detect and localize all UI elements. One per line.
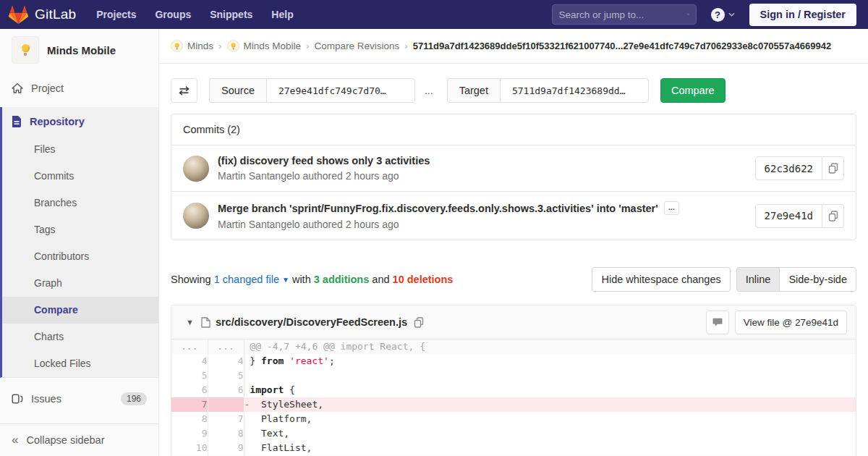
nav-item-groups[interactable]: Groups	[155, 9, 191, 20]
commit-title-link[interactable]: (fix) discovery feed shows only 3 activi…	[218, 155, 755, 166]
sidebar-item-files[interactable]: Files	[2, 136, 158, 163]
line-number-old[interactable]: ...	[171, 339, 208, 354]
sidebar-item-tags[interactable]: Tags	[2, 216, 158, 243]
line-number-new[interactable]: 4	[208, 354, 244, 368]
repository-icon	[12, 116, 22, 127]
compare-separator: ...	[425, 85, 433, 96]
breadcrumb-separator: ›	[404, 41, 408, 51]
sidebar-item-issues[interactable]: Issues 196	[0, 384, 158, 414]
line-number-old[interactable]: 8	[171, 412, 208, 426]
comment-icon	[712, 318, 723, 327]
sidebar-item-graph[interactable]: Graph	[2, 270, 158, 297]
sidebar-item-contributors[interactable]: Contributors	[2, 243, 158, 270]
diff-table: ...... @@ -4,7 +4,6 @@ import React, {44…	[171, 339, 856, 456]
project-context-header[interactable]: Minds Mobile	[0, 29, 158, 74]
line-number-old[interactable]: 4	[171, 354, 208, 368]
line-number-old[interactable]: 9	[171, 426, 208, 441]
commit-row: (fix) discovery feed shows only 3 activi…	[171, 145, 856, 191]
breadcrumb: Minds›Minds Mobile›Compare Revisions› 57…	[159, 29, 868, 64]
issues-count-badge: 196	[121, 392, 147, 405]
line-number-old[interactable]: 10	[171, 441, 208, 455]
breadcrumb-separator: ›	[306, 41, 310, 51]
additions-count: 3 additions	[314, 274, 370, 285]
line-number-new[interactable]: 5	[208, 368, 244, 383]
line-code: - StyleSheet,	[244, 397, 856, 412]
diff-line: 98 Text,	[171, 426, 856, 441]
source-label: Source	[209, 78, 266, 103]
help-menu[interactable]: ?	[711, 8, 735, 22]
breadcrumb-avatar	[171, 40, 183, 52]
target-label: Target	[447, 78, 500, 103]
side-by-side-view-button[interactable]: Side-by-side	[779, 267, 856, 292]
collapse-label: Collapse sidebar	[26, 434, 104, 446]
file-collapse-caret[interactable]: ▼	[186, 318, 194, 326]
line-number-old[interactable]: 5	[171, 368, 208, 383]
source-field[interactable]: 27e9e41dfc749c7d70…	[266, 78, 415, 103]
commit-meta: Martin Santangelo authored 2 hours ago	[218, 170, 755, 182]
line-number-new[interactable]: ...	[208, 339, 244, 354]
main-content: Minds›Minds Mobile›Compare Revisions› 57…	[159, 0, 868, 456]
line-code	[244, 368, 856, 383]
copy-path-button[interactable]	[414, 317, 424, 328]
nav-item-snippets[interactable]: Snippets	[210, 9, 252, 20]
sidebar-item-project[interactable]: Project	[0, 74, 158, 103]
commit-hash-button[interactable]: 27e9e41d	[755, 204, 822, 228]
commit-title-text: Merge branch 'sprint/FunnyFrog.fix.disco…	[218, 203, 658, 214]
line-number-new[interactable]	[208, 397, 244, 412]
sign-in-button[interactable]: Sign in / Register	[749, 4, 856, 26]
compare-page: Source 27e9e41dfc749c7d70… ... Target 57…	[159, 64, 868, 456]
commit-hash-button[interactable]: 62c3d622	[755, 156, 822, 180]
caret-down-icon: ▼	[282, 276, 289, 284]
diff-line: 55	[171, 368, 856, 383]
line-number-new[interactable]: 8	[208, 426, 244, 441]
nav-item-projects[interactable]: Projects	[96, 9, 136, 20]
line-number-new[interactable]: 6	[208, 383, 244, 397]
search-box[interactable]	[552, 4, 697, 25]
commit-title-link[interactable]: Merge branch 'sprint/FunnyFrog.fix.disco…	[218, 201, 755, 215]
commit-list: (fix) discovery feed shows only 3 activi…	[171, 145, 856, 240]
line-number-old[interactable]: 7	[171, 397, 208, 412]
commit-expander-button[interactable]: ...	[664, 201, 679, 215]
swap-revisions-button[interactable]	[171, 78, 197, 103]
breadcrumb-item-compare-revisions[interactable]: Compare Revisions	[315, 41, 400, 51]
nav-item-help[interactable]: Help	[271, 9, 293, 20]
sidebar-item-compare[interactable]: Compare	[2, 297, 158, 324]
target-input-group: Target 5711d9a7df1423689dd…	[447, 78, 649, 103]
diff-line: 7- StyleSheet,	[171, 397, 856, 412]
sidebar-item-commits[interactable]: Commits	[2, 163, 158, 190]
inline-view-button[interactable]: Inline	[736, 267, 780, 292]
target-field[interactable]: 5711d9a7df1423689dd…	[500, 78, 649, 103]
help-icon: ?	[711, 8, 725, 22]
file-path[interactable]: src/discovery/DiscoveryFeedScreen.js	[216, 316, 407, 328]
breadcrumb-item-minds-mobile[interactable]: Minds Mobile	[227, 40, 302, 52]
copy-hash-button[interactable]	[822, 156, 844, 180]
project-avatar	[12, 36, 39, 64]
commits-header: Commits (2)	[171, 114, 856, 145]
sidebar-item-branches[interactable]: Branches	[2, 190, 158, 216]
diff-mode-toggle: Inline Side-by-side	[736, 267, 856, 292]
sidebar-item-charts[interactable]: Charts	[2, 324, 158, 350]
search-input[interactable]	[559, 9, 687, 20]
diff-line: 109 FlatList,	[171, 441, 856, 455]
gitlab-home-link[interactable]: GitLab	[9, 6, 76, 24]
hide-whitespace-button[interactable]: Hide whitespace changes	[592, 267, 730, 292]
compare-button[interactable]: Compare	[660, 78, 726, 103]
line-number-new[interactable]: 9	[208, 441, 244, 455]
toggle-comments-button[interactable]	[706, 311, 729, 334]
sidebar-item-locked-files[interactable]: Locked Files	[2, 350, 158, 377]
collapse-sidebar-button[interactable]: « Collapse sidebar	[0, 423, 158, 456]
breadcrumb-avatar	[227, 40, 239, 52]
line-number-new[interactable]: 7	[208, 412, 244, 426]
view-file-button[interactable]: View file @ 27e9e41d	[735, 311, 847, 334]
commits-panel: Commits (2) (fix) discovery feed shows o…	[171, 114, 856, 240]
collapse-icon: «	[12, 435, 18, 445]
breadcrumb-item-minds[interactable]: Minds	[171, 40, 213, 52]
commit-hash-group: 27e9e41d	[755, 204, 844, 228]
line-number-old[interactable]: 6	[171, 383, 208, 397]
and-text: and	[372, 274, 389, 285]
sidebar-item-label: Repository	[30, 116, 85, 127]
changed-files-dropdown[interactable]: 1 changed file ▼	[214, 274, 289, 285]
diff-toolbar: Showing 1 changed file ▼ with 3 addition…	[171, 267, 856, 292]
sidebar-item-repository[interactable]: Repository	[2, 107, 158, 136]
copy-hash-button[interactable]	[822, 204, 844, 228]
